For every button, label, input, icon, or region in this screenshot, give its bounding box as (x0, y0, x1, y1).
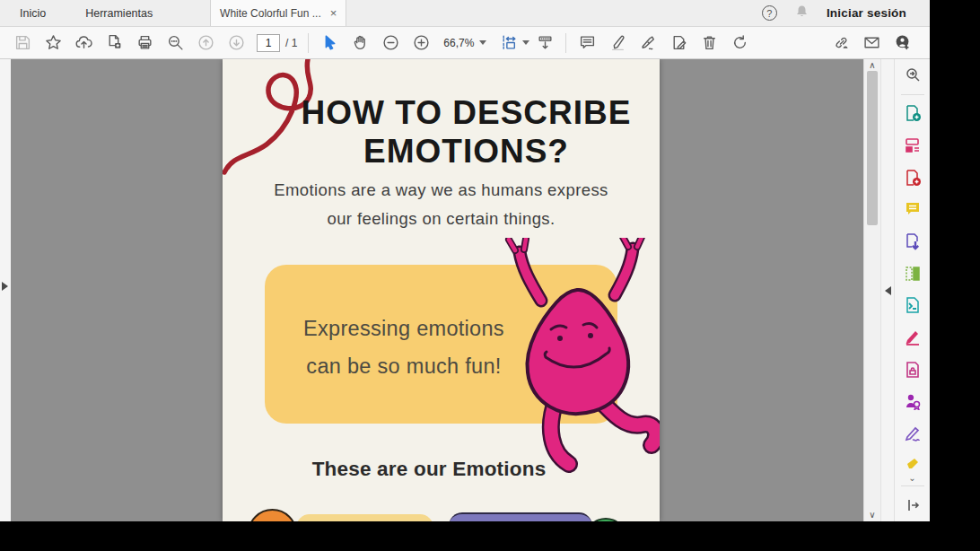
tab-bar: Inicio Herramientas White Colorful Fun .… (0, 0, 930, 27)
tab-home-label: Inicio (20, 7, 46, 20)
expand-left-panel-icon[interactable] (2, 282, 8, 291)
hand-pan-icon[interactable] (348, 31, 372, 55)
chevron-down-icon (479, 40, 486, 45)
vertical-scrollbar[interactable]: ∧ ∨ (863, 59, 880, 521)
sidebar-fill-sign-icon[interactable] (899, 420, 926, 447)
video-frame: Inicio Herramientas White Colorful Fun .… (0, 0, 980, 551)
scroll-mode-icon[interactable] (533, 31, 556, 55)
scroll-up-icon[interactable]: ∧ (864, 60, 880, 70)
zoom-out-icon[interactable] (379, 31, 402, 55)
tab-tools[interactable]: Herramientas (66, 0, 172, 26)
fit-width-chevron-icon[interactable] (522, 40, 529, 45)
fill-edit-icon[interactable] (667, 31, 690, 55)
sidebar-combine-files-icon[interactable] (899, 132, 926, 159)
page-number-box: / 1 (257, 34, 297, 52)
sidebar-create-pdf-icon[interactable] (899, 101, 926, 127)
section-heading: These are our Emotions (223, 458, 635, 481)
sidebar-divider (901, 485, 924, 486)
page-title-line1: HOW TO DESCRIBE (273, 93, 660, 132)
add-person-icon[interactable] (890, 31, 914, 55)
sidebar-export-pdf-icon[interactable] (899, 164, 926, 191)
pdf-page: HOW TO DESCRIBE EMOTIONS? Emotions are a… (223, 59, 660, 521)
document-tab-label: White Colorful Fun ... (220, 7, 321, 20)
share-link-icon[interactable] (829, 31, 853, 55)
sidebar-convert-icon[interactable] (899, 228, 926, 255)
callout-text: Expressing emotions can be so much fun! (284, 310, 523, 385)
page-title-line2: EMOTIONS? (273, 132, 660, 171)
rotate-icon[interactable] (728, 31, 751, 55)
page-subtitle: Emotions are a way we as humans express … (223, 176, 660, 233)
close-tab-icon[interactable]: × (330, 7, 337, 19)
orange-emotion-blob (248, 509, 297, 521)
sign-pen-icon[interactable] (636, 31, 660, 55)
sidebar-edit-pdf-icon[interactable] (899, 324, 926, 351)
pink-character-illustration (492, 238, 660, 473)
page-title: HOW TO DESCRIBE EMOTIONS? (273, 93, 660, 171)
search-icon[interactable] (163, 31, 187, 55)
comment-icon[interactable] (575, 31, 599, 55)
toolbar-separator (565, 33, 566, 53)
sidebar-organize-pages-icon[interactable] (899, 260, 926, 287)
sidebar-more-chevron-icon[interactable]: ⌄ (908, 473, 915, 483)
help-icon[interactable]: ? (762, 5, 777, 21)
collapse-right-panel-icon[interactable] (885, 286, 891, 295)
callout-line2: can be so much fun! (284, 347, 523, 385)
callout-line1: Expressing emotions (284, 310, 523, 347)
toolbar: / 1 66,7% (0, 27, 930, 59)
page-down-icon[interactable] (224, 31, 248, 55)
tools-sidebar: ⌄ (894, 59, 930, 521)
green-emotion-blob (586, 518, 626, 521)
email-icon[interactable] (860, 31, 883, 55)
main-area: HOW TO DESCRIBE EMOTIONS? Emotions are a… (0, 59, 930, 521)
sidebar-comment-icon[interactable] (899, 197, 926, 223)
page-number-input[interactable] (257, 34, 280, 52)
toolbar-separator (308, 33, 309, 53)
acrobat-window: Inicio Herramientas White Colorful Fun .… (0, 0, 930, 521)
tab-home[interactable]: Inicio (0, 0, 66, 26)
scroll-down-icon[interactable]: ∨ (864, 510, 880, 520)
zoom-level-dropdown[interactable]: 66,7% (443, 37, 486, 49)
select-arrow-icon[interactable] (318, 31, 341, 55)
export-page-icon[interactable] (102, 31, 126, 55)
highlighter-icon[interactable] (606, 31, 629, 55)
sidebar-divider (901, 94, 924, 95)
page-subtitle-line2: our feelings on certain things. (223, 205, 660, 233)
zoom-in-icon[interactable] (409, 31, 433, 55)
save-icon[interactable] (11, 31, 34, 55)
page-up-icon[interactable] (194, 31, 217, 55)
page-total-label: / 1 (285, 37, 297, 49)
sidebar-certificates-icon[interactable] (899, 388, 926, 415)
tab-tools-label: Herramientas (85, 7, 153, 20)
sidebar-scan-ocr-icon[interactable] (899, 292, 926, 319)
scrollbar-thumb[interactable] (867, 71, 878, 225)
document-tab[interactable]: White Colorful Fun ... × (210, 0, 346, 26)
page-subtitle-line1: Emotions are a way we as humans express (223, 176, 660, 205)
left-panel-strip (0, 59, 11, 521)
sign-in-button[interactable]: Iniciar sesión (827, 6, 906, 20)
sidebar-protect-icon[interactable] (899, 356, 926, 383)
purple-label-box (449, 512, 592, 521)
right-panel-handle-strip (880, 59, 894, 521)
print-icon[interactable] (133, 31, 156, 55)
zoom-level-value: 66,7% (443, 37, 474, 49)
fit-width-icon[interactable] (497, 31, 521, 55)
notifications-bell-icon[interactable] (795, 4, 809, 22)
yellow-label-box (296, 514, 433, 521)
star-icon[interactable] (41, 31, 65, 55)
trash-icon[interactable] (697, 31, 721, 55)
sidebar-search-tools-icon[interactable] (899, 62, 926, 89)
sidebar-collapse-panel-icon[interactable] (899, 492, 926, 519)
cloud-upload-icon[interactable] (72, 31, 95, 55)
document-canvas[interactable]: HOW TO DESCRIBE EMOTIONS? Emotions are a… (11, 59, 863, 521)
